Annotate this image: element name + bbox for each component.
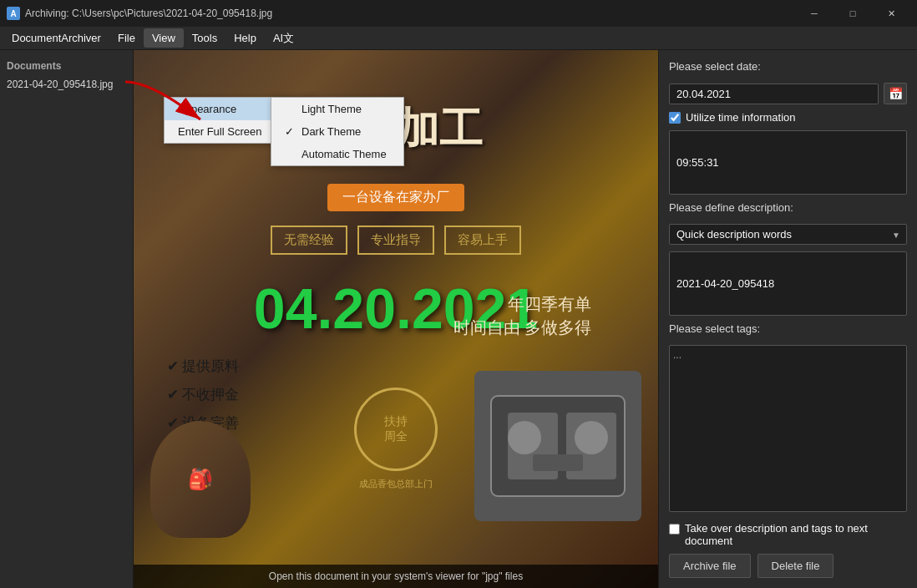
cn-stamp: 扶持周全 成品香包总部上门 xyxy=(354,388,438,471)
window-controls: ─ □ ✕ xyxy=(795,0,910,27)
menu-documentarchiver[interactable]: DocumentArchiver xyxy=(3,28,109,48)
theme-dark-label: Dark Theme xyxy=(301,125,361,138)
cn-year-text: 年四季有单时间自由 多做多得 xyxy=(453,292,591,339)
archive-button[interactable]: Archive file xyxy=(669,554,751,578)
theme-auto[interactable]: Automatic Theme xyxy=(271,143,403,165)
svg-rect-5 xyxy=(533,454,583,471)
takeover-row: Take over description and tags to next d… xyxy=(669,522,907,547)
menu-view[interactable]: View xyxy=(144,28,184,48)
cn-machine xyxy=(474,371,641,521)
description-select-wrapper: Quick description words Custom xyxy=(669,224,907,245)
cn-box-1: 无需经验 xyxy=(271,226,347,255)
app-icon: A xyxy=(7,7,20,20)
menu-tools[interactable]: Tools xyxy=(184,28,225,48)
theme-auto-label: Automatic Theme xyxy=(301,148,387,160)
filename-input[interactable] xyxy=(669,251,907,316)
svg-point-3 xyxy=(508,421,541,454)
fullscreen-label: Enter Full Screen xyxy=(178,125,261,138)
main-layout: Documents 2021-04-20_095418.jpg 香包加工 一台设… xyxy=(0,50,917,588)
maximize-button[interactable]: □ xyxy=(833,0,872,27)
close-button[interactable]: ✕ xyxy=(872,0,910,27)
utilize-time-row: Utilize time information xyxy=(669,111,907,124)
titlebar: A Archiving: C:\Users\pc\Pictures\2021-0… xyxy=(0,0,917,27)
cn-subtitle: 一台设备在家办厂 xyxy=(327,184,464,211)
date-input[interactable] xyxy=(669,84,879,104)
tags-dots-button[interactable]: ... xyxy=(673,349,681,361)
sidebar-section-label: Documents xyxy=(0,57,133,75)
date-row: 📅 xyxy=(669,83,907,104)
appearance-label: Appearance xyxy=(178,103,236,115)
takeover-checkbox[interactable] xyxy=(669,524,680,535)
sidebar-item-doc1[interactable]: 2021-04-20_095418.jpg xyxy=(0,75,133,94)
tags-area[interactable]: ... xyxy=(669,345,907,512)
calendar-button[interactable]: 📅 xyxy=(884,83,907,104)
menu-file[interactable]: File xyxy=(109,28,144,48)
theme-dark[interactable]: ✓ Dark Theme xyxy=(271,120,403,143)
tags-label: Please select tags: xyxy=(669,322,907,335)
theme-light-label: Light Theme xyxy=(301,103,362,115)
menu-ai[interactable]: AI文 xyxy=(265,28,302,49)
date-label: Please select date: xyxy=(669,60,907,73)
bottom-buttons: Archive file Delete file xyxy=(669,554,907,578)
cn-bag: 🎒 xyxy=(150,421,251,538)
time-input[interactable] xyxy=(669,130,907,195)
sidebar: Documents 2021-04-20_095418.jpg xyxy=(0,50,134,588)
dark-check: ✓ xyxy=(285,125,296,138)
right-panel: Please select date: 📅 Utilize time infor… xyxy=(658,50,917,588)
cn-boxes: 无需经验 专业指导 容易上手 xyxy=(271,226,521,255)
cn-checklist-item-1: ✔ 提供原料 xyxy=(167,352,239,381)
theme-light[interactable]: Light Theme xyxy=(271,98,403,120)
cn-box-2: 专业指导 xyxy=(357,226,434,255)
menubar: DocumentArchiver File View Tools Help AI… xyxy=(0,27,917,50)
appearance-submenu[interactable]: Light Theme ✓ Dark Theme Automatic Theme xyxy=(271,97,404,166)
status-bar: Open this document in your system's view… xyxy=(134,565,658,588)
description-select[interactable]: Quick description words Custom xyxy=(669,224,907,245)
cn-checklist-item-2: ✔ 不收押金 xyxy=(167,381,239,409)
minimize-button[interactable]: ─ xyxy=(795,0,833,27)
svg-point-4 xyxy=(575,421,608,454)
description-label: Please define description: xyxy=(669,201,907,214)
menu-help[interactable]: Help xyxy=(225,28,265,48)
utilize-time-checkbox[interactable] xyxy=(669,112,681,124)
status-bar-text: Open this document in your system's view… xyxy=(269,570,523,582)
window-title: Archiving: C:\Users\pc\Pictures\2021-04-… xyxy=(25,8,795,19)
takeover-label: Take over description and tags to next d… xyxy=(685,522,907,547)
utilize-time-label: Utilize time information xyxy=(686,111,796,124)
delete-button[interactable]: Delete file xyxy=(757,554,834,578)
cn-box-3: 容易上手 xyxy=(444,226,521,255)
